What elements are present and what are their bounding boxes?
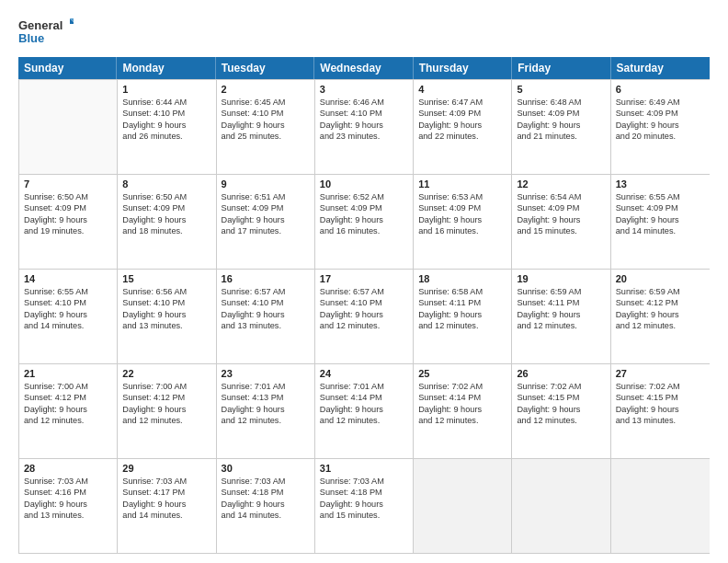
day-number: 16 xyxy=(222,273,310,284)
cell-info-line: Sunrise: 6:53 AM xyxy=(418,191,506,202)
day-number: 18 xyxy=(418,273,506,284)
cell-info-line: Sunrise: 7:01 AM xyxy=(222,381,310,392)
cell-info-line: and 15 minutes. xyxy=(320,510,408,521)
cell-info-line: Sunset: 4:09 PM xyxy=(517,108,605,119)
day-number: 13 xyxy=(616,178,705,190)
cell-info-line: Sunset: 4:15 PM xyxy=(616,392,705,403)
cell-info-line: and 16 minutes. xyxy=(320,225,408,236)
day-number: 28 xyxy=(24,463,112,474)
cell-info-line: Sunrise: 7:03 AM xyxy=(222,476,310,487)
cell-info-line: Sunset: 4:10 PM xyxy=(222,108,310,119)
calendar-cell: 26Sunrise: 7:02 AMSunset: 4:15 PMDayligh… xyxy=(512,364,610,458)
calendar-cell: 17Sunrise: 6:57 AMSunset: 4:10 PMDayligh… xyxy=(315,270,414,363)
cell-info-line: Sunset: 4:13 PM xyxy=(222,392,310,403)
calendar: SundayMondayTuesdayWednesdayThursdayFrid… xyxy=(18,57,710,554)
cell-info-line: Daylight: 9 hours xyxy=(517,214,605,225)
calendar-cell: 16Sunrise: 6:57 AMSunset: 4:10 PMDayligh… xyxy=(217,270,315,363)
header-day-friday: Friday xyxy=(512,57,610,79)
cell-info-line: and 12 minutes. xyxy=(616,320,705,331)
cell-info-line: Sunrise: 7:03 AM xyxy=(24,476,112,487)
cell-info-line: and 18 minutes. xyxy=(122,225,210,236)
cell-info-line: Sunrise: 6:59 AM xyxy=(616,286,705,297)
cell-info-line: and 14 minutes. xyxy=(616,225,705,236)
cell-info-line: and 13 minutes. xyxy=(122,320,210,331)
header-day-saturday: Saturday xyxy=(611,57,710,79)
calendar-cell: 31Sunrise: 7:03 AMSunset: 4:18 PMDayligh… xyxy=(315,459,414,553)
calendar-cell: 5Sunrise: 6:48 AMSunset: 4:09 PMDaylight… xyxy=(512,80,610,174)
cell-info-line: and 19 minutes. xyxy=(24,225,112,236)
day-number: 22 xyxy=(122,368,210,379)
cell-info-line: Sunrise: 6:48 AM xyxy=(517,97,605,108)
calendar-cell: 28Sunrise: 7:03 AMSunset: 4:16 PMDayligh… xyxy=(19,459,118,553)
cell-info-line: Sunrise: 7:01 AM xyxy=(320,381,408,392)
day-number: 26 xyxy=(517,368,605,379)
header-day-thursday: Thursday xyxy=(414,57,512,79)
cell-info-line: Sunrise: 6:49 AM xyxy=(616,97,705,108)
cell-info-line: and 14 minutes. xyxy=(24,320,112,331)
calendar-row-5: 28Sunrise: 7:03 AMSunset: 4:16 PMDayligh… xyxy=(19,458,710,553)
cell-info-line: Daylight: 9 hours xyxy=(320,120,408,131)
cell-info-line: Sunset: 4:10 PM xyxy=(320,108,408,119)
cell-info-line: Daylight: 9 hours xyxy=(418,214,506,225)
cell-info-line: Sunset: 4:09 PM xyxy=(418,108,506,119)
cell-info-line: Daylight: 9 hours xyxy=(122,214,210,225)
calendar-cell xyxy=(19,80,118,174)
cell-info-line: Sunrise: 6:55 AM xyxy=(24,286,112,297)
day-number: 19 xyxy=(517,273,605,284)
calendar-cell: 23Sunrise: 7:01 AMSunset: 4:13 PMDayligh… xyxy=(217,364,315,458)
day-number: 24 xyxy=(320,368,408,379)
calendar-row-2: 7Sunrise: 6:50 AMSunset: 4:09 PMDaylight… xyxy=(19,174,710,269)
cell-info-line: Sunset: 4:10 PM xyxy=(122,108,210,119)
cell-info-line: Sunset: 4:09 PM xyxy=(616,108,705,119)
cell-info-line: Sunset: 4:09 PM xyxy=(418,202,506,213)
day-number: 10 xyxy=(320,178,408,190)
cell-info-line: Sunrise: 7:00 AM xyxy=(24,381,112,392)
cell-info-line: Sunset: 4:18 PM xyxy=(320,487,408,498)
calendar-cell: 4Sunrise: 6:47 AMSunset: 4:09 PMDaylight… xyxy=(414,80,512,174)
day-number: 9 xyxy=(222,178,310,190)
calendar-body: 1Sunrise: 6:44 AMSunset: 4:10 PMDaylight… xyxy=(18,79,710,554)
header-day-monday: Monday xyxy=(117,57,215,79)
svg-text:General: General xyxy=(18,18,63,32)
day-number: 15 xyxy=(122,273,210,284)
calendar-cell: 2Sunrise: 6:45 AMSunset: 4:10 PMDaylight… xyxy=(217,80,315,174)
cell-info-line: and 12 minutes. xyxy=(418,320,506,331)
day-number: 6 xyxy=(616,84,705,95)
day-number: 5 xyxy=(517,84,605,95)
cell-info-line: Sunrise: 6:54 AM xyxy=(517,191,605,202)
cell-info-line: Daylight: 9 hours xyxy=(222,214,310,225)
cell-info-line: and 16 minutes. xyxy=(418,225,506,236)
cell-info-line: Sunrise: 6:45 AM xyxy=(222,97,310,108)
day-number: 21 xyxy=(24,368,112,379)
calendar-cell: 10Sunrise: 6:52 AMSunset: 4:09 PMDayligh… xyxy=(315,175,414,269)
cell-info-line: Sunset: 4:16 PM xyxy=(24,487,112,498)
calendar-cell: 9Sunrise: 6:51 AMSunset: 4:09 PMDaylight… xyxy=(217,175,315,269)
cell-info-line: Daylight: 9 hours xyxy=(616,404,705,415)
day-number: 20 xyxy=(616,273,705,284)
day-number: 30 xyxy=(222,463,310,474)
cell-info-line: Sunrise: 7:03 AM xyxy=(122,476,210,487)
day-number: 8 xyxy=(122,178,210,190)
cell-info-line: Daylight: 9 hours xyxy=(122,404,210,415)
day-number: 25 xyxy=(418,368,506,379)
cell-info-line: and 25 minutes. xyxy=(222,131,310,142)
day-number: 12 xyxy=(517,178,605,190)
cell-info-line: Daylight: 9 hours xyxy=(616,120,705,131)
cell-info-line: Sunrise: 7:02 AM xyxy=(517,381,605,392)
calendar-row-1: 1Sunrise: 6:44 AMSunset: 4:10 PMDaylight… xyxy=(19,79,710,174)
calendar-cell: 1Sunrise: 6:44 AMSunset: 4:10 PMDaylight… xyxy=(118,80,216,174)
cell-info-line: Sunrise: 7:00 AM xyxy=(122,381,210,392)
cell-info-line: Daylight: 9 hours xyxy=(122,309,210,320)
cell-info-line: Sunset: 4:14 PM xyxy=(418,392,506,403)
cell-info-line: and 14 minutes. xyxy=(122,510,210,521)
cell-info-line: Sunrise: 7:02 AM xyxy=(616,381,705,392)
cell-info-line: Sunset: 4:09 PM xyxy=(24,202,112,213)
calendar-cell: 19Sunrise: 6:59 AMSunset: 4:11 PMDayligh… xyxy=(512,270,610,363)
cell-info-line: Sunset: 4:17 PM xyxy=(122,487,210,498)
cell-info-line: Sunrise: 6:56 AM xyxy=(122,286,210,297)
cell-info-line: and 23 minutes. xyxy=(320,131,408,142)
cell-info-line: and 13 minutes. xyxy=(616,415,705,426)
calendar-cell: 24Sunrise: 7:01 AMSunset: 4:14 PMDayligh… xyxy=(315,364,414,458)
cell-info-line: Daylight: 9 hours xyxy=(517,120,605,131)
cell-info-line: Sunrise: 6:47 AM xyxy=(418,97,506,108)
